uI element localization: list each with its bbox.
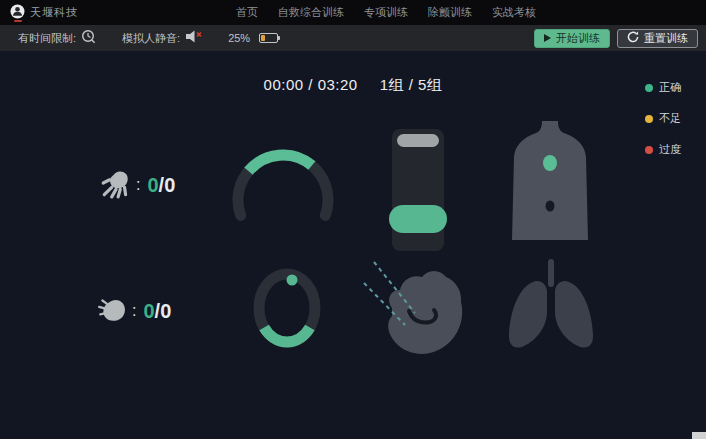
legend-label-insufficient: 不足: [659, 111, 681, 126]
speaker-muted-icon[interactable]: [185, 29, 202, 47]
reset-training-label: 重置训练: [644, 31, 688, 46]
ventilation-counter: : 0/0: [96, 293, 171, 329]
nav-item-home[interactable]: 首页: [236, 5, 258, 20]
session-groups: 1组 / 5组: [380, 76, 443, 93]
nav-item-self-rescue-training[interactable]: 自救综合训练: [278, 5, 344, 20]
legend-label-excessive: 过度: [659, 142, 681, 157]
compression-count-current: 0: [147, 174, 158, 196]
reset-training-button[interactable]: 重置训练: [617, 29, 698, 48]
legend-item-insufficient: 不足: [645, 111, 681, 126]
compression-counter: : 0/0: [100, 167, 175, 203]
time-limit-clock-icon[interactable]: [81, 29, 96, 48]
nav-item-special-training[interactable]: 专项训练: [364, 5, 408, 20]
play-icon: [544, 34, 551, 42]
brand-logo-icon: [10, 4, 25, 22]
start-training-button[interactable]: 开始训练: [534, 29, 610, 48]
airway-head-tilt-icon: [362, 256, 467, 370]
ventilation-breath-icon: [96, 293, 128, 329]
legend-item-correct: 正确: [645, 80, 681, 95]
battery-icon: [259, 33, 278, 43]
toolbar: 有时间限制: 模拟人静音:: [0, 25, 706, 51]
legend-label-correct: 正确: [659, 80, 681, 95]
lungs-icon: [506, 259, 596, 358]
compression-hand-icon: [100, 167, 132, 203]
ventilation-colon: :: [132, 302, 136, 320]
legend: 正确 不足 过度: [645, 80, 681, 157]
session-timer: 00:00 / 03:20: [264, 76, 358, 93]
compression-count: 0/0: [147, 174, 175, 197]
compression-count-total: /0: [159, 174, 176, 196]
nav-item-practical-exam[interactable]: 实战考核: [492, 5, 536, 20]
battery-group: 25%: [228, 32, 278, 44]
time-limit-label: 有时间限制:: [18, 31, 76, 46]
nav-item-defib-training[interactable]: 除颤训练: [428, 5, 472, 20]
mute-label: 模拟人静音:: [122, 31, 180, 46]
session-status: 00:00 / 03:201组 / 5组: [0, 76, 706, 95]
time-limit-group: 有时间限制:: [18, 29, 96, 48]
hand-position-dot: [543, 155, 557, 171]
scrollbar-stub[interactable]: [692, 432, 706, 439]
reset-icon: [627, 31, 639, 45]
training-dashboard: 00:00 / 03:201组 / 5组 正确 不足 过度: [0, 51, 706, 439]
compression-rate-gauge: [228, 138, 338, 234]
top-navbar: 天堰科技 首页 自救综合训练 专项训练 除颤训练 实战考核: [0, 0, 706, 25]
ventilation-count-total: /0: [155, 300, 172, 322]
brand-name: 天堰科技: [30, 5, 78, 20]
mute-group: 模拟人静音:: [122, 29, 202, 47]
depth-target-zone: [389, 205, 447, 233]
nav-menu: 首页 自救综合训练 专项训练 除颤训练 实战考核: [236, 0, 536, 25]
ventilation-indicator-dot: [287, 275, 298, 286]
legend-item-excessive: 过度: [645, 142, 681, 157]
battery-percent: 25%: [228, 32, 250, 44]
excessive-dot-icon: [645, 146, 653, 154]
ventilation-count-current: 0: [143, 300, 154, 322]
ventilation-count: 0/0: [143, 300, 171, 323]
compression-depth-gauge: [389, 129, 447, 251]
brand: 天堰科技: [10, 4, 78, 22]
insufficient-dot-icon: [645, 115, 653, 123]
cpr-training-app: 天堰科技 首页 自救综合训练 专项训练 除颤训练 实战考核 有时间限制: 模拟人…: [0, 0, 706, 439]
hand-position-torso-icon: [507, 121, 593, 244]
correct-dot-icon: [645, 84, 653, 92]
toolbar-actions: 开始训练 重置训练: [534, 29, 698, 48]
start-training-label: 开始训练: [556, 31, 600, 46]
ventilation-volume-gauge: [247, 261, 327, 360]
depth-indicator: [397, 134, 439, 147]
compression-colon: :: [136, 176, 140, 194]
